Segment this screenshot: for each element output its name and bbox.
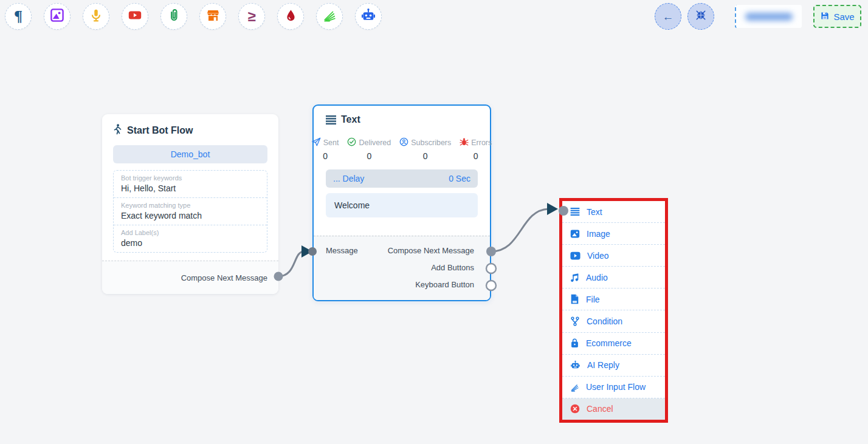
menu-item-image[interactable]: Image xyxy=(562,223,665,245)
walking-person-icon xyxy=(113,124,122,137)
robot-icon xyxy=(361,8,376,25)
menu-item-label: File xyxy=(586,295,600,304)
paperclip-icon xyxy=(167,9,181,24)
stat-delivered: Delivered 0 xyxy=(347,137,391,161)
file-icon xyxy=(570,294,579,304)
cancel-icon xyxy=(570,404,580,414)
edge-arrowhead xyxy=(301,245,312,258)
field-label: Bot trigger keywords xyxy=(121,174,260,182)
stat-label: Delivered xyxy=(359,138,391,147)
add-buttons-output-label: Add Buttons xyxy=(431,263,474,272)
save-label: Save xyxy=(833,12,854,22)
field-value: Hi, Hello, Start xyxy=(121,183,260,193)
ai-reply-robot-icon xyxy=(570,360,580,370)
stat-value: 0 xyxy=(423,151,428,161)
toolbar-user-input-button[interactable] xyxy=(316,3,343,30)
menu-item-label: Cancel xyxy=(587,404,613,414)
menu-item-user-input-flow[interactable]: User Input Flow xyxy=(562,377,665,398)
audio-icon xyxy=(570,273,579,282)
field-value: Exact keyword match xyxy=(121,211,260,220)
fit-view-button[interactable] xyxy=(687,3,714,30)
text-node-header[interactable]: Text xyxy=(314,106,490,125)
text-lines-icon xyxy=(326,115,336,125)
flow-canvas[interactable]: ¶ ≥ xyxy=(0,0,868,444)
toolbar-ecommerce-button[interactable] xyxy=(199,3,226,30)
toolbar-image-button[interactable] xyxy=(44,3,71,30)
save-button[interactable]: Save xyxy=(813,5,861,28)
condition-icon xyxy=(570,316,580,326)
text-node-title: Text xyxy=(341,114,360,125)
user-input-flow-icon xyxy=(570,383,579,392)
stat-value: 0 xyxy=(474,151,478,161)
toolbar-file-button[interactable] xyxy=(160,3,187,30)
stat-errors: Errors 0 xyxy=(460,137,492,161)
stat-sent: Sent 0 xyxy=(312,137,339,161)
paper-plane-icon xyxy=(312,137,321,148)
text-lines-icon xyxy=(570,208,580,216)
start-node-header: Start Bot Flow xyxy=(102,114,278,137)
menu-item-ai-reply[interactable]: AI Reply xyxy=(562,355,665,377)
stat-subscribers: Subscribers 0 xyxy=(399,137,451,161)
menu-item-video[interactable]: Video xyxy=(562,245,665,267)
message-input-label: Message xyxy=(326,246,358,255)
compose-next-message-output-label: Compose Next Message xyxy=(181,273,267,282)
compose-output-label: Compose Next Message xyxy=(388,246,474,255)
menu-item-file[interactable]: File xyxy=(562,289,665,310)
field-add-labels[interactable]: Add Label(s) demo xyxy=(114,225,267,252)
toolbar-droplet-button[interactable] xyxy=(277,3,304,30)
field-label: Keyword matching type xyxy=(121,202,260,209)
menu-item-label: Image xyxy=(587,229,610,239)
compress-icon xyxy=(695,10,706,23)
toolbar-text-button[interactable]: ¶ xyxy=(5,3,32,30)
stat-label: Subscribers xyxy=(411,138,451,147)
trigger-fields-box: Bot trigger keywords Hi, Hello, Start Ke… xyxy=(113,170,267,253)
toolbar-audio-button[interactable] xyxy=(83,3,109,30)
toolbar-video-button[interactable] xyxy=(122,3,148,30)
add-node-context-menu: Text Image Video Audio File Condition Ec… xyxy=(559,198,668,423)
blurred-label xyxy=(745,13,793,21)
paragraph-icon: ¶ xyxy=(14,9,22,24)
bot-name-button[interactable]: Demo_bot xyxy=(113,145,267,163)
menu-item-label: Audio xyxy=(586,273,608,282)
bug-icon xyxy=(460,137,469,148)
menu-item-condition[interactable]: Condition xyxy=(562,310,665,332)
delay-label: ... Delay xyxy=(333,174,364,183)
menu-item-ecommerce[interactable]: Ecommerce xyxy=(562,333,665,355)
delay-value: 0 Sec xyxy=(449,174,470,183)
microphone-icon xyxy=(89,9,103,24)
menu-item-audio[interactable]: Audio xyxy=(562,267,665,289)
edge-text-to-menu xyxy=(491,209,548,251)
message-text-box[interactable]: Welcome xyxy=(326,193,478,217)
menu-item-cancel[interactable]: Cancel xyxy=(562,398,665,420)
image-icon xyxy=(570,229,580,239)
save-icon xyxy=(820,11,830,22)
menu-item-label: Text xyxy=(587,207,602,217)
start-node-title: Start Bot Flow xyxy=(127,125,193,136)
store-icon xyxy=(206,9,220,25)
stats-row: Sent 0 Delivered 0 Subscribers 0 xyxy=(314,137,490,161)
keyboard-button-output-label: Keyboard Button xyxy=(415,280,474,289)
back-button[interactable]: ← xyxy=(655,3,681,30)
blurred-action-button[interactable] xyxy=(735,5,802,28)
subscriber-icon xyxy=(399,137,408,148)
menu-item-text[interactable]: Text xyxy=(562,201,665,223)
stat-value: 0 xyxy=(323,151,328,161)
field-value: demo xyxy=(121,238,260,248)
user-input-icon xyxy=(323,9,336,24)
field-keyword-matching-type[interactable]: Keyword matching type Exact keyword matc… xyxy=(114,198,267,225)
start-bot-flow-node[interactable]: Start Bot Flow Demo_bot Bot trigger keyw… xyxy=(102,114,278,294)
start-node-footer: Compose Next Message xyxy=(102,261,278,294)
toolbar-ai-button[interactable] xyxy=(355,3,382,30)
text-message-node[interactable]: Text Sent 0 Delivered 0 Subscri xyxy=(312,104,491,301)
field-label: Add Label(s) xyxy=(121,229,260,236)
toolbar-condition-button[interactable]: ≥ xyxy=(238,3,265,30)
field-bot-trigger-keywords[interactable]: Bot trigger keywords Hi, Hello, Start xyxy=(114,171,267,198)
back-arrow-icon: ← xyxy=(663,11,674,22)
delay-setting[interactable]: ... Delay 0 Sec xyxy=(326,169,478,188)
menu-item-label: Ecommerce xyxy=(586,338,632,348)
ecommerce-icon xyxy=(570,338,579,348)
video-icon xyxy=(570,251,580,260)
edge-start-to-text xyxy=(278,251,304,276)
menu-item-label: Video xyxy=(587,251,609,261)
check-circle-icon xyxy=(347,137,356,148)
